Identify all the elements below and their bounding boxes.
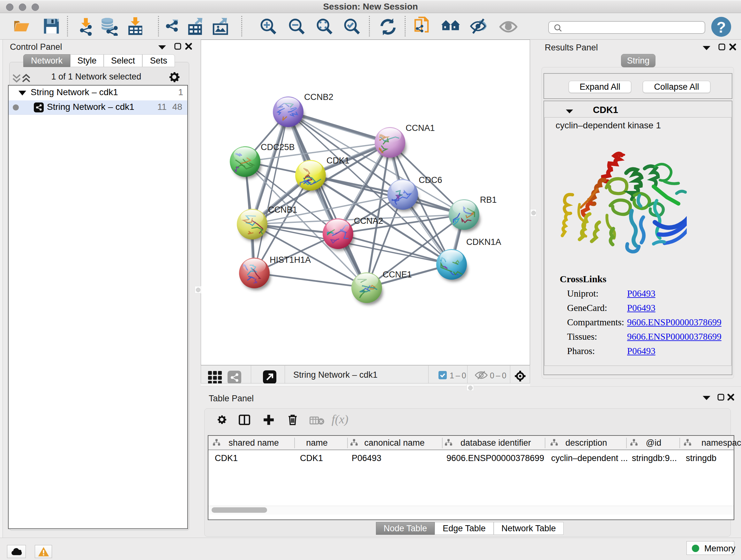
svg-text:RB1: RB1 [480, 195, 497, 205]
svg-text:CDC25B: CDC25B [261, 142, 295, 152]
svg-text:?: ? [717, 18, 726, 36]
svg-text:CCNA1: CCNA1 [406, 123, 435, 133]
svg-text:CDK1: CDK1 [327, 156, 349, 165]
svg-text:CCNA2: CCNA2 [354, 216, 383, 226]
svg-text:CDC6: CDC6 [419, 175, 442, 185]
svg-text:CDKN1A: CDKN1A [466, 237, 501, 247]
svg-text:CCNB2: CCNB2 [304, 92, 333, 102]
svg-text:CCNE1: CCNE1 [383, 270, 412, 279]
svg-text:CCNB1: CCNB1 [268, 205, 297, 214]
svg-text:HIST1H1A: HIST1H1A [270, 255, 311, 265]
